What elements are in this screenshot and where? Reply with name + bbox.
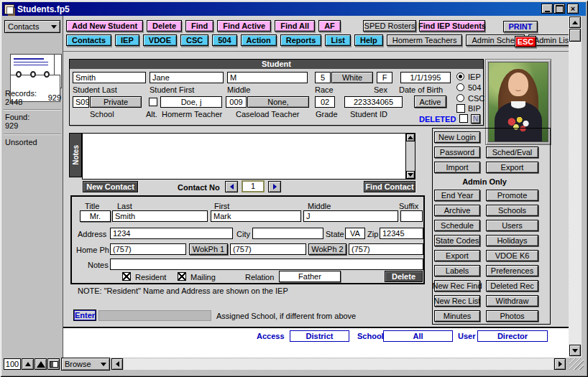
address-field[interactable]: 1234 [110, 228, 233, 239]
admin-button[interactable]: Photos [486, 310, 538, 322]
delete-contact-button[interactable]: Delete [385, 271, 423, 282]
esc-button[interactable]: ESC [515, 36, 536, 47]
next-contact-button[interactable] [268, 181, 281, 192]
sex-field[interactable]: F [377, 72, 392, 83]
admin-button[interactable]: Deleted Rec [486, 280, 538, 292]
vertical-scrollbar[interactable] [569, 16, 582, 358]
access-value-field[interactable]: District [290, 330, 349, 342]
zoom-out-button[interactable] [22, 358, 34, 370]
student-first-field[interactable]: Jane [150, 72, 224, 83]
admin-button[interactable]: End Year [434, 190, 480, 201]
contact-middle-field[interactable]: J [303, 210, 398, 222]
contact-notes-field[interactable] [110, 259, 423, 270]
admin-button[interactable]: Promote [486, 190, 538, 201]
student-last-field[interactable]: Smith [73, 72, 146, 83]
toolbar-button[interactable]: Action [241, 34, 277, 46]
toolbar-button[interactable]: List [325, 34, 351, 46]
admin-button[interactable]: New Rec Find [434, 280, 480, 292]
admin-button[interactable]: Schools [486, 205, 538, 216]
enter-button[interactable]: Enter [73, 309, 96, 321]
notes-scrollbar[interactable] [405, 134, 415, 179]
wokph2-button[interactable]: WokPh 2 [308, 243, 346, 255]
scrollbar-thumb[interactable] [569, 29, 581, 42]
status-area-toggle-button[interactable] [47, 358, 60, 370]
dob-field[interactable]: 1/1/1995 [400, 72, 451, 83]
toolbar-button[interactable]: Contacts [66, 34, 111, 46]
horizontal-scrollbar[interactable] [124, 358, 553, 370]
admin-button[interactable]: Schedule [434, 220, 480, 231]
caseload-code-field[interactable]: 009 [226, 96, 247, 108]
scroll-left-icon[interactable] [111, 358, 123, 370]
state-field[interactable]: VA [345, 228, 365, 239]
student-notes-field[interactable] [82, 133, 415, 180]
prev-contact-button[interactable] [225, 181, 238, 192]
admin-button[interactable]: VDOE K6 [486, 250, 538, 261]
home-ph-field[interactable]: (757) [110, 243, 186, 255]
admin-button[interactable]: Minutes [434, 310, 480, 322]
zoom-in-button[interactable] [35, 358, 47, 370]
toolbar-button[interactable]: Help [354, 34, 383, 46]
scroll-up-icon[interactable] [569, 17, 581, 28]
resize-grip[interactable] [569, 358, 584, 370]
race-name-field[interactable]: White [331, 72, 373, 83]
alt-checkbox[interactable] [149, 98, 157, 106]
race-code-field[interactable]: 5 [315, 72, 331, 83]
scroll-down-icon[interactable] [569, 345, 581, 356]
panel-button[interactable]: Sched/Eval [486, 146, 538, 158]
contact-first-field[interactable]: Mark [211, 210, 301, 222]
scroll-right-icon[interactable] [554, 358, 566, 370]
print-button[interactable]: PRINT [503, 21, 538, 32]
panel-button[interactable]: Password [434, 146, 480, 158]
504-radio[interactable] [456, 83, 464, 91]
admin-button[interactable]: Archive [434, 205, 480, 216]
toolbar-button[interactable]: Reports [280, 34, 322, 46]
student-middle-field[interactable]: M [227, 72, 308, 83]
admin-button[interactable]: Users [486, 220, 538, 231]
school-value-field[interactable]: All [383, 330, 453, 342]
toolbar-button[interactable]: 504 [212, 34, 236, 46]
maximize-button[interactable] [553, 4, 565, 14]
homeroom-teacher-field[interactable]: Doe, j [160, 96, 222, 108]
mailing-checkbox[interactable] [178, 272, 186, 281]
caseload-teacher-field[interactable]: None, [247, 96, 309, 108]
toolbar-button[interactable]: Find [185, 20, 213, 32]
toolbar-button[interactable]: CSC [180, 34, 208, 46]
find-contact-button[interactable]: Find Contact [364, 181, 415, 192]
csc-radio[interactable] [456, 94, 464, 102]
contact-last-field[interactable]: Smith [112, 210, 208, 222]
new-contact-button[interactable]: New Contact [83, 181, 138, 192]
deleted-checkbox[interactable] [459, 114, 468, 123]
close-icon[interactable]: × [567, 4, 579, 14]
n-box-button[interactable]: N [471, 114, 480, 124]
work-ph1-field[interactable]: (757) [230, 243, 306, 255]
grade-field[interactable]: 02 [315, 96, 335, 108]
toolbar-button[interactable]: Find All [275, 20, 315, 32]
resident-checkbox[interactable] [122, 272, 131, 281]
admin-button[interactable]: New Rec List [434, 295, 480, 307]
toolbar-button[interactable]: Find Active [217, 20, 271, 32]
user-value-field[interactable]: Director [477, 330, 548, 342]
school-code-field[interactable]: S09 [73, 96, 89, 108]
toolbar-button[interactable]: Delete [147, 20, 182, 32]
wokph1-button[interactable]: WokPh 1 [189, 243, 228, 255]
zoom-level[interactable]: 100 [4, 358, 21, 370]
toolbar-button[interactable]: AF [318, 20, 341, 32]
admin-button[interactable]: Export [434, 250, 480, 261]
scroll-down-icon[interactable] [406, 171, 415, 179]
admin-button[interactable]: Labels [434, 265, 480, 276]
toolbar-button[interactable]: Homerm Teachers [387, 34, 463, 46]
assigned-school-field[interactable] [98, 310, 211, 321]
bip-checkbox[interactable] [456, 104, 465, 113]
admin-button[interactable]: State Codes [434, 235, 480, 246]
toolbar-button[interactable]: IEP [115, 34, 139, 46]
admin-button[interactable]: Withdraw [486, 295, 538, 307]
panel-button[interactable]: New Login [434, 131, 480, 143]
toolbar-button[interactable]: VDOE [143, 34, 177, 46]
mode-popup[interactable]: Browse [61, 358, 110, 371]
work-ph2-field[interactable]: (757) [349, 243, 423, 255]
zip-field[interactable]: 12345 [380, 228, 423, 239]
student-id-field[interactable]: 223334065 [344, 96, 403, 108]
find-iep-students-button[interactable]: Find IEP Students [419, 20, 485, 32]
sped-rosters-button[interactable]: SPED Rosters [363, 20, 416, 32]
contact-suffix-field[interactable] [400, 210, 423, 222]
